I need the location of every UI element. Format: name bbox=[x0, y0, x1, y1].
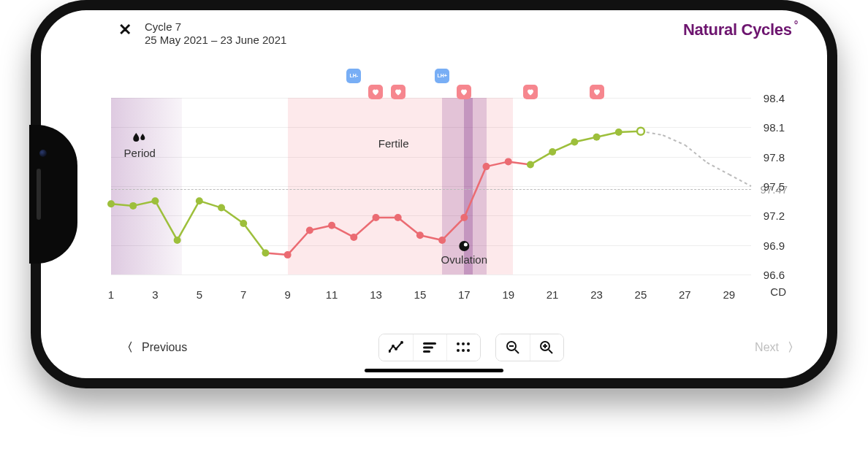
app-screen: ✕ Cycle 7 25 May 2021 – 23 June 2021 Nat… bbox=[41, 10, 827, 378]
svg-line-28 bbox=[685, 145, 707, 163]
x-tick: 27 bbox=[679, 288, 691, 301]
svg-point-42 bbox=[350, 234, 357, 241]
y-tick: 96.9 bbox=[755, 239, 785, 251]
svg-point-46 bbox=[438, 237, 446, 244]
svg-point-50 bbox=[527, 161, 534, 168]
home-indicator bbox=[365, 369, 503, 372]
zoom-out-button[interactable] bbox=[496, 334, 530, 361]
zoom-out-icon bbox=[506, 340, 520, 355]
svg-point-53 bbox=[593, 134, 601, 141]
previous-label: Previous bbox=[142, 341, 187, 354]
zoom-in-icon bbox=[539, 340, 554, 355]
svg-point-39 bbox=[284, 251, 292, 258]
heart-marker[interactable] bbox=[457, 85, 471, 99]
svg-line-30 bbox=[729, 174, 751, 186]
line-chart-icon bbox=[389, 341, 403, 354]
grid-mode-button[interactable] bbox=[446, 334, 480, 361]
svg-point-68 bbox=[467, 349, 470, 352]
x-tick: 3 bbox=[152, 288, 158, 301]
brand-degree-icon: ° bbox=[794, 19, 798, 31]
heart-marker[interactable] bbox=[368, 85, 383, 99]
svg-point-33 bbox=[151, 197, 159, 204]
svg-point-65 bbox=[467, 342, 470, 345]
dots-grid-icon bbox=[456, 342, 471, 353]
svg-point-48 bbox=[483, 163, 490, 170]
x-tick: 25 bbox=[635, 288, 647, 301]
svg-point-47 bbox=[460, 214, 468, 221]
svg-point-52 bbox=[571, 139, 578, 146]
svg-point-51 bbox=[549, 148, 556, 156]
chart-mode-segmented bbox=[378, 334, 481, 361]
x-tick: 21 bbox=[547, 288, 559, 301]
svg-line-13 bbox=[354, 218, 376, 237]
svg-line-5 bbox=[178, 201, 199, 240]
svg-line-4 bbox=[155, 201, 177, 240]
svg-point-35 bbox=[196, 197, 203, 204]
bars-icon bbox=[422, 342, 437, 353]
svg-point-49 bbox=[505, 158, 512, 165]
svg-line-17 bbox=[442, 218, 464, 240]
line-chart-mode-button[interactable] bbox=[379, 334, 413, 361]
previous-button[interactable]: 〈 Previous bbox=[121, 340, 187, 356]
heart-marker[interactable] bbox=[391, 85, 406, 99]
x-tick: 19 bbox=[502, 288, 514, 301]
x-tick: 29 bbox=[723, 288, 735, 301]
svg-line-15 bbox=[398, 218, 420, 235]
x-axis-unit: CD bbox=[770, 285, 786, 298]
svg-point-66 bbox=[457, 349, 460, 352]
chevron-left-icon: 〈 bbox=[121, 340, 133, 356]
lh-negative-marker[interactable]: LH- bbox=[346, 69, 361, 83]
zoom-segmented bbox=[495, 334, 564, 361]
svg-point-36 bbox=[218, 204, 225, 212]
svg-point-40 bbox=[306, 227, 313, 234]
x-tick: 15 bbox=[414, 288, 427, 301]
svg-point-67 bbox=[462, 349, 465, 352]
heart-marker[interactable] bbox=[590, 85, 604, 99]
gridline bbox=[111, 275, 751, 275]
svg-point-38 bbox=[262, 249, 269, 256]
svg-point-63 bbox=[457, 342, 460, 345]
svg-point-37 bbox=[240, 220, 247, 227]
phone-frame: ✕ Cycle 7 25 May 2021 – 23 June 2021 Nat… bbox=[31, 0, 837, 388]
svg-rect-61 bbox=[423, 347, 433, 349]
close-button[interactable]: ✕ bbox=[118, 20, 132, 39]
x-tick: 13 bbox=[370, 288, 382, 301]
svg-line-27 bbox=[663, 135, 685, 145]
header: ✕ Cycle 7 25 May 2021 – 23 June 2021 Nat… bbox=[118, 20, 798, 53]
svg-line-29 bbox=[707, 163, 729, 174]
svg-point-54 bbox=[615, 128, 623, 136]
cycle-title: Cycle 7 bbox=[145, 20, 286, 34]
svg-point-64 bbox=[462, 342, 465, 345]
svg-line-21 bbox=[530, 152, 552, 164]
x-tick: 9 bbox=[284, 288, 290, 301]
x-tick: 7 bbox=[240, 288, 246, 301]
next-button[interactable]: Next 〉 bbox=[755, 340, 799, 356]
x-tick: 5 bbox=[197, 288, 202, 301]
x-tick: 17 bbox=[458, 288, 471, 301]
x-tick: 11 bbox=[326, 288, 338, 301]
chevron-right-icon: 〉 bbox=[788, 340, 799, 356]
svg-line-10 bbox=[288, 231, 310, 256]
svg-line-70 bbox=[515, 350, 519, 353]
y-tick: 96.6 bbox=[755, 269, 785, 281]
bars-mode-button[interactable] bbox=[413, 334, 446, 361]
zoom-in-button[interactable] bbox=[530, 334, 563, 361]
y-tick: 98.1 bbox=[755, 121, 785, 134]
svg-line-73 bbox=[549, 350, 552, 353]
lh-positive-marker[interactable]: LH+ bbox=[435, 69, 449, 83]
svg-line-7 bbox=[221, 208, 243, 224]
svg-line-12 bbox=[332, 226, 354, 237]
x-tick: 23 bbox=[590, 288, 603, 301]
footer: 〈 Previous bbox=[121, 331, 799, 364]
svg-point-45 bbox=[416, 231, 424, 239]
next-label: Next bbox=[755, 341, 779, 354]
svg-point-57 bbox=[392, 345, 395, 348]
svg-point-58 bbox=[395, 348, 397, 350]
svg-point-34 bbox=[174, 237, 181, 244]
plot-area[interactable]: PeriodFertileOvulation97.47LH-LH+ bbox=[111, 98, 751, 275]
y-tick: 97.2 bbox=[755, 210, 785, 222]
chart[interactable]: PeriodFertileOvulation97.47LH-LH+ CD 98.… bbox=[111, 98, 804, 305]
cycle-date-range: 25 May 2021 – 23 June 2021 bbox=[145, 34, 286, 47]
heart-marker[interactable] bbox=[523, 85, 538, 99]
y-tick: 97.5 bbox=[755, 180, 785, 193]
